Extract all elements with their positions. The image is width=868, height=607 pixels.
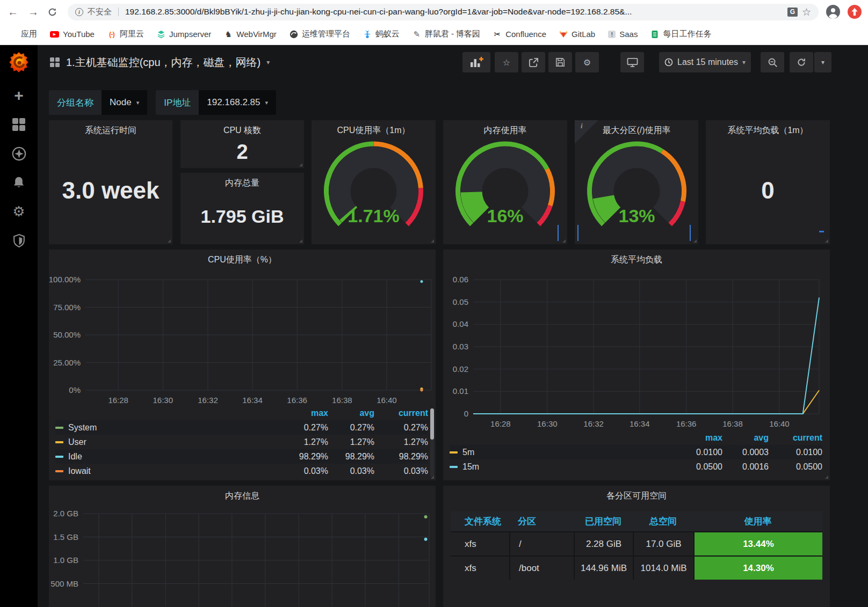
bookmark-item[interactable]: GitLab xyxy=(559,30,595,39)
series-name: 15m xyxy=(462,462,479,472)
legend-row: Idle98.29%98.29%98.29% xyxy=(55,449,428,464)
legend-column[interactable]: avg xyxy=(328,408,374,418)
svg-text:1.5 GB: 1.5 GB xyxy=(53,532,78,542)
panel-load-1m[interactable]: 系统平均负载（1m） 0 xyxy=(706,120,830,244)
forward-icon[interactable]: → xyxy=(27,6,40,18)
zoom-out-button[interactable] xyxy=(761,52,784,72)
explore-compass-icon[interactable] xyxy=(11,146,26,161)
site-info-icon[interactable]: i xyxy=(75,8,83,16)
share-button[interactable] xyxy=(522,52,545,72)
table-cell: 13.44% xyxy=(693,532,822,555)
legend-series-toggle[interactable]: 5m xyxy=(450,448,676,457)
url-text[interactable]: 192.168.2.85:3000/d/Bkl9bBYik/1-zhu-ji-j… xyxy=(125,7,783,17)
legend-column[interactable]: max xyxy=(282,408,328,418)
bookmark-item[interactable]: ▶YouTube xyxy=(50,30,95,39)
panel-cpu-usage-chart[interactable]: CPU使用率（%） 0%25.00%50.00%75.00%100.00%16:… xyxy=(49,250,436,480)
settings-gear-button[interactable]: ⚙ xyxy=(575,52,599,72)
grafana-logo-icon[interactable] xyxy=(7,50,31,74)
table-cell: 14.30% xyxy=(693,557,822,580)
star-button[interactable]: ☆ xyxy=(495,52,518,72)
translate-icon[interactable]: G xyxy=(787,8,798,17)
panel-title[interactable]: 系统运行时间 xyxy=(49,125,172,136)
security-label: 不安全 xyxy=(88,7,112,17)
panel-memory-usage-gauge[interactable]: 内存使用率 16% xyxy=(443,120,567,244)
legend-series-toggle[interactable]: Idle xyxy=(55,452,282,462)
bookmark-item[interactable]: 每日工作任务 xyxy=(650,29,711,39)
panel-partition-usage-gauge[interactable]: i 最大分区(/)使用率 13% xyxy=(575,120,698,244)
panel-title[interactable]: CPU 核数 xyxy=(180,125,304,136)
series-swatch xyxy=(55,470,63,472)
legend-series-toggle[interactable]: User xyxy=(55,437,282,447)
panel-memory-info-chart[interactable]: 内存信息 2.0 GB1.5 GB1.0 GB500 MB xyxy=(49,486,436,607)
bookmark-label: GitLab xyxy=(572,30,595,39)
panel-cpu-cores[interactable]: CPU 核数 2 xyxy=(180,120,304,168)
bookmark-item[interactable]: 运维管理平台 xyxy=(290,29,350,39)
bookmark-star-icon[interactable]: ☆ xyxy=(802,6,811,18)
admin-shield-icon[interactable] xyxy=(11,233,26,248)
stat-value: 1.795 GiB xyxy=(180,189,304,244)
bookmark-item[interactable]: 蚂蚁云 xyxy=(363,29,400,39)
panel-total-memory[interactable]: 内存总量 1.795 GiB xyxy=(180,173,304,244)
profile-avatar[interactable] xyxy=(826,5,840,19)
legend-series-toggle[interactable]: Iowait xyxy=(55,466,282,476)
bookmark-item[interactable]: (-)阿里云 xyxy=(107,29,144,39)
configuration-gear-icon[interactable]: ⚙ xyxy=(11,204,26,219)
svg-text:100.00%: 100.00% xyxy=(49,275,81,284)
refresh-button[interactable] xyxy=(790,52,813,72)
column-header[interactable]: 分区 xyxy=(509,511,574,531)
svg-text:16%: 16% xyxy=(487,206,523,226)
legend-column[interactable]: avg xyxy=(722,433,769,443)
svg-text:16:34: 16:34 xyxy=(242,396,263,405)
column-header[interactable]: 文件系统 xyxy=(451,511,509,531)
panel-title[interactable]: 内存总量 xyxy=(180,178,304,189)
panel-partition-table[interactable]: 各分区可用空间 文件系统分区已用空间总空间使用率xfs/2.28 GiB17.0… xyxy=(443,486,830,607)
filter-group-name[interactable]: 分组名称 Node▾ xyxy=(49,90,147,115)
series-max: 98.29% xyxy=(282,452,328,462)
aliyun-icon: (-) xyxy=(107,30,116,39)
bookmark-item[interactable]: Jumpserver xyxy=(157,30,211,39)
dashboard-main: 1.主机基础监控(cpu，内存，磁盘，网络) ▾ ☆ ⚙ xyxy=(38,45,868,607)
legend-column[interactable]: current xyxy=(769,433,822,443)
bookmark-item[interactable]: ♞WebVirMgr xyxy=(224,30,276,39)
column-header[interactable]: 已用空间 xyxy=(574,511,633,531)
bookmark-item[interactable]: !Saas xyxy=(608,30,638,39)
dashboards-icon[interactable] xyxy=(11,117,26,132)
panel-cpu-usage-gauge[interactable]: CPU使用率（1m） 1.71% xyxy=(312,120,436,244)
legend-column[interactable]: current xyxy=(374,408,428,418)
refresh-interval-caret[interactable]: ▾ xyxy=(814,52,831,72)
filter-label: 分组名称 xyxy=(49,90,102,115)
bookmark-label: 应用 xyxy=(21,29,37,39)
bookmark-item[interactable]: ✂Confluence xyxy=(493,30,546,39)
panel-title[interactable]: 各分区可用空间 xyxy=(443,491,830,502)
chevron-down-icon: ▾ xyxy=(742,58,746,66)
url-pill[interactable]: i 不安全 192.168.2.85:3000/d/Bkl9bBYik/1-zh… xyxy=(68,4,819,20)
panel-load-chart[interactable]: 系统平均负载 00.010.020.030.040.050.0616:2816:… xyxy=(443,250,830,480)
back-icon[interactable]: ← xyxy=(6,6,19,18)
dashboard-title[interactable]: 1.主机基础监控(cpu，内存，磁盘，网络) ▾ xyxy=(49,55,270,70)
time-range-picker[interactable]: Last 15 minutes ▾ xyxy=(659,52,751,72)
bookmark-item[interactable]: 应用 xyxy=(9,29,37,39)
legend-series-toggle[interactable]: 15m xyxy=(450,462,676,472)
column-header[interactable]: 使用率 xyxy=(693,511,822,531)
bookmark-label: 每日工作任务 xyxy=(663,29,711,39)
table-cell: / xyxy=(509,532,574,555)
dashboard-navbar: 1.主机基础监控(cpu，内存，磁盘，网络) ▾ ☆ ⚙ xyxy=(38,45,868,79)
extension-icon[interactable] xyxy=(848,5,862,19)
column-header[interactable]: 总空间 xyxy=(633,511,693,531)
legend-column[interactable]: max xyxy=(676,433,722,443)
legend-scrollbar[interactable] xyxy=(430,408,434,477)
panel-uptime[interactable]: 系统运行时间 3.0 week xyxy=(49,120,172,244)
cycle-view-monitor-button[interactable] xyxy=(620,52,644,72)
reload-icon[interactable] xyxy=(47,7,60,17)
filter-ip-address[interactable]: IP地址 192.168.2.85▾ xyxy=(156,90,276,115)
bookmark-item[interactable]: ✎胖鼠君 - 博客园 xyxy=(413,29,480,39)
ops-globe-icon xyxy=(290,30,298,39)
save-button[interactable] xyxy=(548,52,572,72)
alerting-bell-icon[interactable] xyxy=(11,175,26,190)
add-panel-button[interactable] xyxy=(462,52,490,72)
legend-series-toggle[interactable]: System xyxy=(55,423,282,433)
panel-title[interactable]: 系统平均负载（1m） xyxy=(706,125,830,136)
svg-text:0.01: 0.01 xyxy=(453,386,468,396)
partition-table: 文件系统分区已用空间总空间使用率xfs/2.28 GiB17.0 GiB13.4… xyxy=(451,511,822,580)
create-plus-icon[interactable]: + xyxy=(11,88,26,103)
